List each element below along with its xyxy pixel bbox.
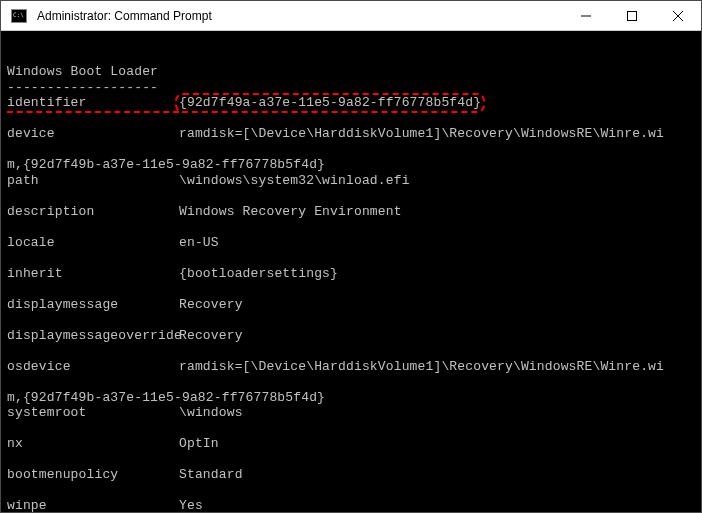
console-output[interactable]: Windows Boot Loader ------------------- … xyxy=(1,31,701,512)
identifier-row: identifier{92d7f49a-a37e-11e5-9a82-ff767… xyxy=(7,95,701,111)
description-key: description xyxy=(7,204,179,220)
description-row: descriptionWindows Recovery Environment xyxy=(7,204,701,220)
bootmenupolicy-key: bootmenupolicy xyxy=(7,467,179,483)
window-title: Administrator: Command Prompt xyxy=(37,9,563,23)
titlebar[interactable]: Administrator: Command Prompt xyxy=(1,1,701,31)
displaymessage-key: displaymessage xyxy=(7,297,179,313)
blank-line xyxy=(7,49,15,64)
window-controls xyxy=(563,1,701,30)
device-row: deviceramdisk=[\Device\HarddiskVolume1]\… xyxy=(7,126,701,142)
close-button[interactable] xyxy=(655,1,701,30)
inherit-row: inherit{bootloadersettings} xyxy=(7,266,701,282)
winpe-row: winpeYes xyxy=(7,498,701,512)
divider: ------------------- xyxy=(7,80,158,95)
device-value-wrap: m,{92d7f49b-a37e-11e5-9a82-ff76778b5f4d} xyxy=(7,157,325,172)
systemroot-row: systemroot\windows xyxy=(7,405,701,421)
command-prompt-window: Administrator: Command Prompt Windows Bo… xyxy=(0,0,702,513)
systemroot-value: \windows xyxy=(179,405,243,420)
cmd-icon xyxy=(5,2,33,30)
nx-key: nx xyxy=(7,436,179,452)
osdevice-key: osdevice xyxy=(7,359,179,375)
device-value: ramdisk=[\Device\HarddiskVolume1]\Recove… xyxy=(179,126,664,141)
path-value: \windows\system32\winload.efi xyxy=(179,173,410,188)
osdevice-row: osdeviceramdisk=[\Device\HarddiskVolume1… xyxy=(7,359,701,375)
inherit-key: inherit xyxy=(7,266,179,282)
device-key: device xyxy=(7,126,179,142)
displaymessageoverride-value: Recovery xyxy=(179,328,243,343)
winpe-key: winpe xyxy=(7,498,179,512)
locale-key: locale xyxy=(7,235,179,251)
displaymessageoverride-row: displaymessageoverrideRecovery xyxy=(7,328,701,344)
identifier-value: {92d7f49a-a37e-11e5-9a82-ff76778b5f4d} xyxy=(179,95,481,111)
winpe-value: Yes xyxy=(179,498,203,512)
minimize-button[interactable] xyxy=(563,1,609,30)
path-key: path xyxy=(7,173,179,189)
bootmenupolicy-value: Standard xyxy=(179,467,243,482)
maximize-button[interactable] xyxy=(609,1,655,30)
nx-row: nxOptIn xyxy=(7,436,701,452)
locale-row: localeen-US xyxy=(7,235,701,251)
displaymessage-value: Recovery xyxy=(179,297,243,312)
svg-rect-0 xyxy=(628,11,637,20)
osdevice-value-wrap: m,{92d7f49b-a37e-11e5-9a82-ff76778b5f4d} xyxy=(7,390,325,405)
description-value: Windows Recovery Environment xyxy=(179,204,402,219)
displaymessageoverride-key: displaymessageoverride xyxy=(7,328,179,344)
osdevice-value: ramdisk=[\Device\HarddiskVolume1]\Recove… xyxy=(179,359,664,374)
path-row: path\windows\system32\winload.efi xyxy=(7,173,701,189)
inherit-value: {bootloadersettings} xyxy=(179,266,338,281)
identifier-key: identifier xyxy=(7,95,179,111)
locale-value: en-US xyxy=(179,235,219,250)
displaymessage-row: displaymessageRecovery xyxy=(7,297,701,313)
systemroot-key: systemroot xyxy=(7,405,179,421)
section-header: Windows Boot Loader xyxy=(7,64,158,79)
bootmenupolicy-row: bootmenupolicyStandard xyxy=(7,467,701,483)
nx-value: OptIn xyxy=(179,436,219,451)
